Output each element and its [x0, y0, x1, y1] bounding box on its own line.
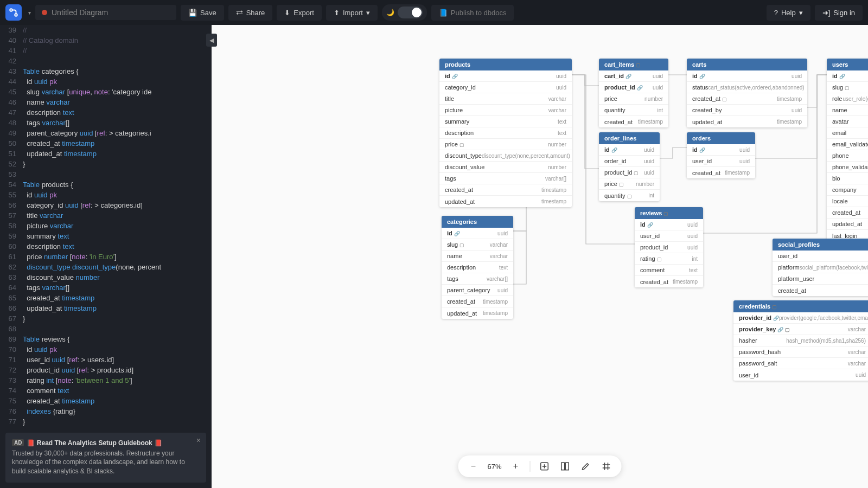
code-line[interactable]: 47 description text	[0, 107, 212, 118]
table-column[interactable]: product_id▢uuid	[599, 167, 660, 178]
table-column[interactable]: price▢number	[599, 178, 660, 190]
code-line[interactable]: 58 picture varchar	[0, 221, 212, 231]
table-categories[interactable]: categoriesid🔗uuidslug▢varcharnamevarchar…	[442, 216, 513, 319]
table-column[interactable]: id🔗uuid	[687, 70, 807, 82]
table-column[interactable]: provider_key🔗▢varchar	[733, 324, 868, 335]
table-column[interactable]: titlevarchar	[439, 93, 572, 105]
code-line[interactable]: 77}	[0, 416, 212, 427]
table-column[interactable]: created_attimestamp	[773, 285, 868, 296]
table-header[interactable]: cart_items▢	[599, 59, 668, 70]
table-column[interactable]: updated_attimestampNN	[827, 219, 868, 230]
grid-button[interactable]	[600, 460, 613, 473]
table-column[interactable]: rating▢int	[635, 253, 703, 265]
code-line[interactable]: 50 created_at timestamp	[0, 138, 212, 149]
table-column[interactable]: cart_id🔗uuid	[599, 70, 668, 82]
table-credentials[interactable]: credentials▢provider_id🔗provider(google,…	[733, 300, 868, 381]
table-column[interactable]: localelocale(en,fr)NN	[827, 196, 868, 207]
table-social_profiles[interactable]: social_profilesuser_iduuidplatformsocial…	[773, 239, 868, 296]
table-column[interactable]: companyvarchar	[827, 184, 868, 196]
table-column[interactable]: product_id🔗uuid	[599, 82, 668, 93]
layout-button[interactable]	[559, 460, 572, 473]
table-column[interactable]: user_iduuid	[687, 156, 755, 167]
signin-button[interactable]: ➜]Sign in	[815, 5, 863, 21]
code-line[interactable]: 66 updated_at timestamp	[0, 303, 212, 313]
table-header[interactable]: products	[439, 59, 572, 70]
code-line[interactable]: 64 tags varchar[]	[0, 282, 212, 293]
table-column[interactable]: created_byuuid	[687, 105, 807, 116]
table-column[interactable]: biotext	[827, 173, 868, 184]
table-column[interactable]: price▢number	[439, 139, 572, 150]
code-line[interactable]: 48 tags varchar[]	[0, 118, 212, 128]
code-line[interactable]: 49 parent_category uuid [ref: > categori…	[0, 128, 212, 138]
diagram-title-input[interactable]: Untitled Diagram	[35, 5, 176, 20]
code-line[interactable]: 43Table categories {	[0, 66, 212, 76]
code-line[interactable]: 59 summary text	[0, 231, 212, 241]
code-line[interactable]: 57 title varchar	[0, 210, 212, 221]
table-column[interactable]: user_iduuid	[733, 369, 868, 381]
share-button[interactable]: ⮂Share	[228, 5, 273, 21]
table-column[interactable]: discount_valuenumber	[439, 162, 572, 173]
table-column[interactable]: id🔗uuid	[635, 219, 703, 230]
table-carts[interactable]: cartsid🔗uuidstatuscart_status(active,ord…	[687, 59, 807, 127]
chevron-down-icon[interactable]: ▾	[28, 10, 31, 16]
code-line[interactable]: 41//	[0, 46, 212, 56]
table-products[interactable]: productsid🔗uuidcategory_iduuidtitlevarch…	[439, 59, 572, 207]
table-column[interactable]: email_validatedtimestamp	[827, 139, 868, 150]
code-line[interactable]: 63 discount_value number	[0, 272, 212, 282]
table-column[interactable]: password_hashvarchar	[733, 346, 868, 358]
table-column[interactable]: roleuser_role(customer,staff,admin)NN	[827, 93, 868, 105]
table-column[interactable]: platformsocial_platform(facebook,twitter…	[773, 262, 868, 273]
table-column[interactable]: created_attimestamp	[687, 167, 755, 178]
table-column[interactable]: descriptiontext	[442, 262, 513, 273]
zoom-out-button[interactable]: −	[467, 460, 480, 473]
diagram-canvas[interactable]: productsid🔗uuidcategory_iduuidtitlevarch…	[212, 25, 868, 488]
table-column[interactable]: platform_uservarchar	[773, 273, 868, 285]
table-column[interactable]: id🔗uuid	[439, 70, 572, 82]
zoom-in-button[interactable]: +	[509, 460, 522, 473]
table-column[interactable]: namevarcharNN	[827, 105, 868, 116]
table-column[interactable]: id🔗uuid	[827, 70, 868, 82]
table-reviews[interactable]: reviews▢id🔗uuiduser_iduuidproduct_iduuid…	[635, 207, 703, 287]
close-ad-button[interactable]: ×	[196, 436, 201, 445]
code-line[interactable]: 55 id uuid pk	[0, 190, 212, 200]
table-column[interactable]: summarytext	[439, 116, 572, 127]
code-line[interactable]: 74 comment text	[0, 386, 212, 396]
table-column[interactable]: picturevarchar	[439, 105, 572, 116]
code-line[interactable]: 45 slug varchar [unique, note: 'category…	[0, 87, 212, 97]
table-column[interactable]: order_iduuid	[599, 156, 660, 167]
table-column[interactable]: id🔗uuid	[599, 144, 660, 156]
table-column[interactable]: tagsvarchar[]	[442, 273, 513, 285]
table-column[interactable]: phonevarcharNN	[827, 150, 868, 162]
app-logo[interactable]	[5, 4, 22, 21]
table-users[interactable]: usersid🔗uuidslug▢varcharNNroleuser_role(…	[827, 59, 868, 241]
help-button[interactable]: ?Help▾	[767, 5, 810, 21]
table-column[interactable]: emailvarcharNN	[827, 127, 868, 139]
theme-toggle[interactable]	[398, 7, 423, 18]
fit-button[interactable]	[538, 460, 551, 473]
collapse-editor-button[interactable]: ◀	[206, 34, 217, 47]
code-editor[interactable]: 39//40// Catalog domain41//4243Table cat…	[0, 25, 212, 488]
save-button[interactable]: 💾Save	[181, 5, 224, 21]
code-line[interactable]: 76 indexes {rating}	[0, 406, 212, 416]
table-column[interactable]: password_saltvarchar	[733, 358, 868, 369]
table-column[interactable]: created_attimestamp	[599, 116, 668, 127]
table-header[interactable]: credentials▢	[733, 300, 868, 312]
import-button[interactable]: ⬆Import▾	[326, 5, 378, 21]
code-line[interactable]: 42	[0, 56, 212, 66]
table-column[interactable]: updated_attimestamp	[442, 307, 513, 319]
code-line[interactable]: 70 id uuid pk	[0, 344, 212, 355]
table-column[interactable]: phone_validatedtimestamp	[827, 162, 868, 173]
table-header[interactable]: categories	[442, 216, 513, 228]
table-column[interactable]: updated_attimestamp	[687, 116, 807, 127]
table-column[interactable]: namevarchar	[442, 251, 513, 262]
table-column[interactable]: quantityint	[599, 105, 668, 116]
table-column[interactable]: hasherhash_method(md5,sha1,sha256)	[733, 335, 868, 346]
table-header[interactable]: orders	[687, 132, 755, 144]
table-column[interactable]: statuscart_status(active,ordered,abandon…	[687, 82, 807, 93]
table-header[interactable]: carts	[687, 59, 807, 70]
code-line[interactable]: 39//	[0, 25, 212, 35]
code-line[interactable]: 51 updated_at timestamp	[0, 149, 212, 159]
table-cart_items[interactable]: cart_items▢cart_id🔗uuidproduct_id🔗uuidpr…	[599, 59, 668, 127]
table-column[interactable]: category_iduuid	[439, 82, 572, 93]
table-column[interactable]: avatarurlNN	[827, 116, 868, 127]
